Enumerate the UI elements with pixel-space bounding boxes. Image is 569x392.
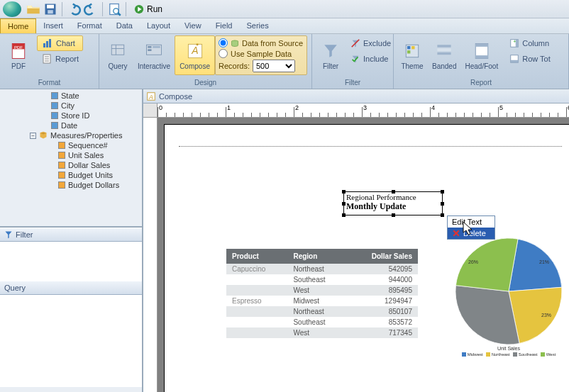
exclude-button[interactable]: Exclude (346, 35, 395, 51)
ctx-edit-text[interactable]: Edit Text (448, 216, 495, 228)
svg-rect-20 (148, 46, 151, 48)
filter-panel-title[interactable]: Filter (0, 228, 142, 242)
field-icon (51, 102, 58, 109)
col-header[interactable]: Dollar Sales (347, 249, 418, 264)
filter-panel-body[interactable] (0, 242, 142, 281)
svg-rect-21 (153, 46, 160, 48)
pie-chart[interactable]: 21% 23% 26% Unit Sales MidwestNortheastS… (445, 238, 569, 357)
svg-rect-10 (46, 41, 48, 47)
collapse-icon[interactable]: − (30, 133, 36, 139)
tree-measure[interactable]: Budget Units (1, 170, 140, 180)
svg-rect-30 (411, 46, 414, 49)
tab-view[interactable]: View (177, 18, 209, 33)
svg-rect-32 (438, 45, 451, 47)
query-panel-title[interactable]: Query (0, 281, 142, 295)
svg-line-5 (118, 13, 121, 16)
svg-text:A: A (191, 44, 198, 55)
tree-measures-node[interactable]: − Measures/Properties (1, 130, 140, 140)
tree-field[interactable]: Store ID (1, 111, 140, 121)
filter-button[interactable]: Filter (315, 35, 346, 75)
tab-insert[interactable]: Insert (36, 18, 70, 33)
measure-icon (58, 142, 65, 149)
svg-rect-9 (43, 43, 45, 47)
field-icon (51, 122, 58, 129)
svg-rect-29 (407, 46, 410, 49)
data-from-source-radio[interactable] (219, 38, 228, 47)
col-header[interactable]: Product (226, 249, 287, 264)
report-button[interactable]: Report (37, 51, 83, 67)
redo-button[interactable] (83, 1, 99, 17)
table-row[interactable]: West895495 (226, 285, 418, 296)
rowtotal-button[interactable]: Row Tot (505, 51, 555, 67)
theme-button[interactable]: Theme (397, 35, 428, 75)
table-row[interactable]: West717345 (226, 327, 418, 338)
svg-rect-36 (475, 43, 488, 46)
include-button[interactable]: Include (346, 51, 395, 67)
svg-text:A: A (148, 93, 153, 100)
save-button[interactable] (43, 1, 58, 17)
table-row[interactable]: Southeast944000 (226, 274, 418, 285)
pdf-button[interactable]: PDF PDF (3, 35, 34, 75)
measure-icon (58, 162, 65, 169)
banded-button[interactable]: Banded (428, 35, 460, 75)
measure-icon (58, 152, 65, 159)
measure-icon (58, 181, 65, 189)
group-report-label: Report (394, 79, 568, 89)
tree-field[interactable]: City (1, 101, 140, 111)
funnel-icon (4, 230, 13, 239)
svg-rect-31 (407, 50, 410, 53)
tab-data[interactable]: Data (109, 18, 140, 33)
table-row[interactable]: Northeast850107 (226, 306, 418, 317)
tree-field[interactable]: Date (1, 121, 140, 130)
tab-series[interactable]: Series (239, 18, 275, 33)
chart-button[interactable]: Chart (37, 35, 83, 51)
report-page[interactable]: Regional Performance Monthly Update Edit… (165, 125, 569, 392)
group-design-label: Design (99, 79, 311, 89)
group-filter-label: Filter (312, 79, 393, 89)
svg-text:+: + (513, 39, 516, 44)
query-button[interactable]: Query (102, 35, 133, 75)
col-header[interactable]: Region (287, 249, 346, 264)
tree-measure[interactable]: Sequence# (1, 140, 140, 150)
tab-format[interactable]: Format (70, 18, 109, 33)
tree-measure[interactable]: Unit Sales (1, 150, 140, 160)
svg-rect-11 (49, 39, 51, 47)
ribbon: PDF PDF Chart Report Format Query (0, 34, 569, 89)
column-button[interactable]: + Column (505, 35, 555, 51)
data-table: Product Region Dollar Sales CapuccinoNor… (226, 249, 418, 338)
svg-rect-33 (438, 48, 451, 51)
interactive-button[interactable]: Interactive (133, 35, 175, 75)
undo-button[interactable] (66, 1, 82, 17)
use-sample-data-radio[interactable] (219, 49, 228, 58)
run-button[interactable]: Run (130, 3, 167, 16)
chart-title: Unit Sales (445, 346, 569, 351)
svg-rect-25 (196, 43, 198, 45)
table-row[interactable]: EspressoMidwest1294947 (226, 296, 418, 306)
tree-measure[interactable]: Budget Dollars (1, 180, 140, 190)
records-select[interactable]: 500 (253, 60, 295, 72)
slice-label: 21% (539, 259, 549, 264)
query-panel-body[interactable] (0, 295, 142, 387)
tab-layout[interactable]: Layout (140, 18, 177, 33)
vertical-ruler (143, 118, 158, 392)
table-row[interactable]: Southeast853572 (226, 317, 418, 327)
field-tree[interactable]: State City Store ID Date − Measures/Prop… (0, 89, 142, 228)
svg-rect-2 (48, 10, 53, 13)
headfoot-button[interactable]: Head/Foot (460, 35, 502, 75)
ctx-delete[interactable]: Delete (448, 228, 495, 239)
tab-home[interactable]: Home (0, 18, 36, 33)
tree-measure[interactable]: Dollar Sales (1, 160, 140, 170)
field-icon (51, 92, 58, 99)
svg-rect-37 (475, 55, 488, 58)
tree-field[interactable]: State (1, 91, 140, 101)
preview-button[interactable] (106, 1, 122, 17)
measure-icon (58, 172, 65, 179)
open-button[interactable] (26, 1, 41, 17)
field-icon (51, 112, 58, 119)
compose-button[interactable]: A Compose (175, 35, 215, 75)
table-row[interactable]: CapuccinoNortheast542095 (226, 264, 418, 274)
chart-legend: MidwestNortheastSoutheastWest (445, 352, 569, 357)
tab-field[interactable]: Field (209, 18, 240, 33)
svg-rect-22 (148, 49, 151, 51)
report-title-textbox[interactable]: Regional Performance Monthly Update (343, 191, 443, 215)
